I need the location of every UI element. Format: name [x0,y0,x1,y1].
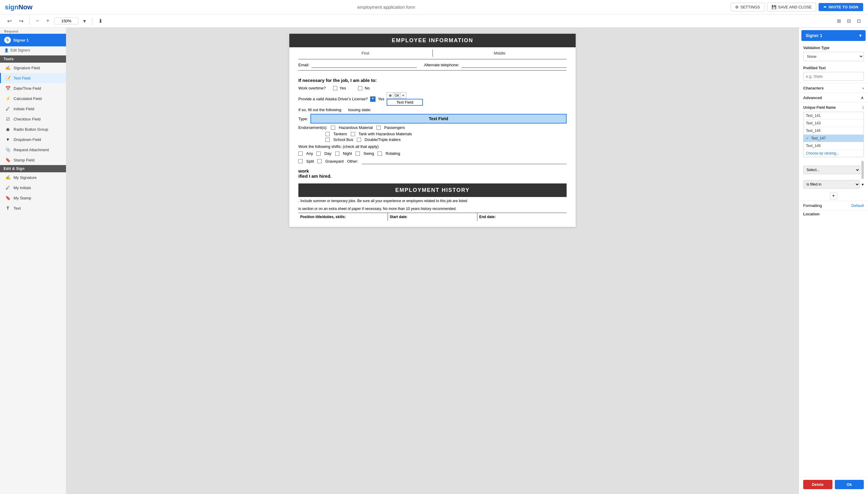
save-close-button[interactable]: 💾 SAVE AND CLOSE [767,3,816,12]
edit-signers-link[interactable]: 👤 Edit Signers [0,46,66,55]
end-date-col: End date: [477,213,567,221]
add-condition-button[interactable]: + [830,192,837,200]
redo-button[interactable]: ↪ [17,17,26,25]
panel-view-button[interactable]: ⊡ [854,17,863,25]
tankers-cb[interactable] [326,132,330,136]
download-button[interactable]: ⬇ [96,17,105,25]
night-shift-label: Night [343,151,352,156]
rotating-shift-label: Rotating [386,151,400,156]
field-name-item-text147[interactable]: ✓ Text_147 [804,135,864,142]
school-bus-cb[interactable] [326,138,330,142]
field-name-item-text141[interactable]: Text_141 [804,112,864,119]
issuing-state-field[interactable]: Text Field [387,99,423,106]
sidebar-item-label: My Initials [14,186,31,190]
add-condition-row: + [799,191,868,201]
zoom-out-button[interactable]: − [34,17,42,25]
sidebar-item-stamp-field[interactable]: 🔖 Stamp Field [0,155,66,165]
delete-button[interactable]: Delete [803,480,832,489]
advanced-header[interactable]: Advanced ∧ [803,95,864,100]
popup-close-button[interactable]: × [402,93,404,98]
sidebar-item-label: Dropdown Field [14,137,41,142]
grid-view-button[interactable]: ⊞ [834,17,843,25]
any-shift-cb[interactable] [298,152,302,156]
field-name-choose-click[interactable]: Choose by clicking... [804,150,864,157]
is-filled-select[interactable]: is filled in [803,180,860,189]
prefilled-text-section: Prefilled Text [799,63,868,83]
start-date-col: Start date: [388,213,477,221]
dl-yes-checkbox[interactable]: * [370,96,375,102]
sidebar-item-radio-button-group[interactable]: ◉ Radio Button Group [0,124,66,134]
field-name-list: Text_141 Text_143 Text_145 ✓ Text_147 Te… [803,112,864,157]
sidebar-item-dropdown-field[interactable]: ▼ Dropdown Field [0,134,66,145]
swing-shift-cb[interactable] [356,152,360,156]
move-icon[interactable]: ⊕ [389,93,392,98]
sidebar-item-datetime-field[interactable]: 📅 Date/Time Field [0,83,66,93]
asterisk-icon: * [372,97,373,101]
email-row: Email: Alternate telephone: [298,59,567,71]
other-label: Other: [347,159,358,164]
characters-section: Characters › [799,83,868,93]
validation-type-select[interactable]: None [803,52,864,61]
field-name-item-text143[interactable]: Text_143 [804,119,864,127]
settings-button[interactable]: ⚙ SETTINGS [731,3,764,12]
undo-button[interactable]: ↩ [5,17,14,25]
characters-header[interactable]: Characters › [803,86,864,90]
sidebar-item-checkbox-field[interactable]: ☑ Checkbox Field [0,114,66,124]
signer-dropdown[interactable]: Signer 1 ▾ [801,30,866,41]
split-shift-cb[interactable] [298,159,302,163]
zoom-dropdown-button[interactable]: ▾ [81,17,88,25]
prefilled-text-input[interactable] [803,72,864,81]
hazardous-cb[interactable] [331,126,335,130]
sidebar-item-initials-field[interactable]: 🖊 Initials Field [0,103,66,114]
zoom-in-button[interactable]: + [44,17,52,25]
list-view-button[interactable]: ⊟ [845,17,853,25]
sidebar-item-request-attachment[interactable]: 📎 Request Attachment [0,145,66,155]
sidebar-item-text[interactable]: T Text [0,203,66,213]
toolbar-separator [30,17,30,25]
night-shift-cb[interactable] [335,152,339,156]
sidebar-item-signature-field[interactable]: ✍ Signature Field [0,63,66,73]
is-filled-in-row: is filled in ▾ [799,180,868,191]
sidebar-item-text-field[interactable]: 📝 Text Field [0,73,66,83]
work-bold: work [298,168,309,173]
zoom-level-display[interactable]: 150% [54,17,78,24]
job-functions-header: If necessary for the job, I am able to: [298,75,567,84]
position-col: Position title/duties, skills: [298,213,388,221]
chevron-down-icon: ▾ [862,182,864,187]
passengers-cb[interactable] [376,126,381,130]
shifts-row-2: Split Graveyard Other: [298,157,567,165]
sidebar-item-calculated-field[interactable]: ⚡ Calculated Field [0,93,66,103]
popup-ok-button[interactable]: OK [393,93,401,98]
ok-button[interactable]: Ok [835,480,864,489]
signer-label: Signer 1 [13,38,29,42]
no-checkbox[interactable] [358,86,362,90]
sidebar-item-my-initials[interactable]: 🖊 My Initials [0,183,66,193]
formatting-value[interactable]: Default [851,203,864,208]
field-name-item-text145[interactable]: Text_145 [804,127,864,135]
graveyard-shift-cb[interactable] [317,159,321,163]
employer-header-row: Position title/duties, skills: Start dat… [298,213,567,221]
certified-text-row: work ified I am hired. [298,168,567,178]
field-name-item-text149[interactable]: Text_149 [804,142,864,150]
checkbox-field-icon: ☑ [5,117,11,121]
field-name-header: Unique Field Name ℹ [803,105,864,110]
endorsements-row: Endorsement(s): Hazardous Material Passe… [298,125,567,130]
double-triple-cb[interactable] [357,138,361,142]
rotating-shift-cb[interactable] [377,152,382,156]
condition-select-top[interactable]: Select... [803,166,860,174]
sidebar-item-label: Calculated Field [14,96,42,101]
type-row: Type: Text Field [298,114,567,124]
scrollbar[interactable] [861,161,864,179]
left-sidebar: Request S Signer 1 👤 Edit Signers Tools … [0,28,66,494]
day-shift-cb[interactable] [316,152,321,156]
sidebar-item-my-stamp[interactable]: 🔖 My Stamp [0,193,66,203]
emp-note-2: is section or on an extra sheet of paper… [298,205,567,213]
yes-checkbox[interactable] [333,86,337,90]
tank-hazardous-cb[interactable] [351,132,355,136]
no-label: No [365,86,370,90]
sidebar-item-my-signature[interactable]: ✍ My Signature [0,172,66,183]
type-text-field[interactable]: Text Field [310,114,567,124]
invite-to-sign-button[interactable]: ✒ INVITE TO SIGN [818,3,863,11]
alt-phone-line [461,62,567,68]
check-icon: ✓ [806,136,809,140]
